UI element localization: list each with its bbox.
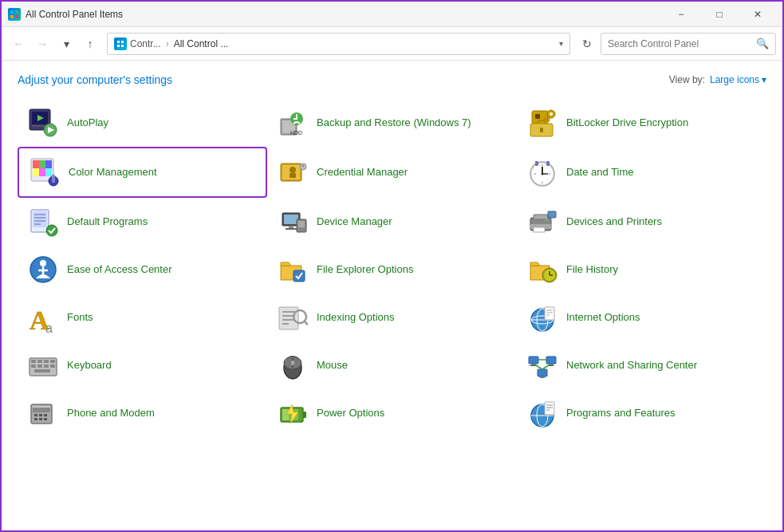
search-icon: 🔍 <box>756 37 769 49</box>
main-content: Adjust your computer's settings View by:… <box>2 61 782 530</box>
item-credential[interactable]: Credential Manager <box>267 147 517 198</box>
power-icon <box>277 397 309 429</box>
item-autoplay[interactable]: AutoPlay <box>18 99 267 147</box>
svg-rect-103 <box>44 360 49 363</box>
svg-rect-114 <box>529 357 538 364</box>
item-power[interactable]: Power Options <box>267 389 517 437</box>
programs-icon <box>526 397 558 429</box>
item-devprinters[interactable]: Devices and Printers <box>517 198 766 246</box>
item-filehistory[interactable]: File History <box>517 246 766 294</box>
fileexplorer-icon <box>277 254 309 286</box>
svg-point-24 <box>550 112 553 116</box>
svg-rect-64 <box>289 226 294 228</box>
item-default[interactable]: Default Programs <box>18 198 267 246</box>
address-part2: All Control ... <box>174 38 229 49</box>
mouse-label: Mouse <box>317 359 348 372</box>
title-bar: All Control Panel Items − □ ✕ <box>2 2 782 27</box>
svg-rect-127 <box>34 414 37 416</box>
svg-rect-69 <box>534 215 548 219</box>
address-part1: Contr... <box>130 38 161 49</box>
svg-rect-4 <box>117 41 120 43</box>
recent-locations-button[interactable]: ▾ <box>56 33 77 54</box>
items-grid: AutoPlay HDD Backup and R <box>18 99 766 437</box>
window-title: All Control Panel Items <box>26 9 663 20</box>
item-devmanager[interactable]: Device Manager <box>267 198 517 246</box>
autoplay-label: AutoPlay <box>67 116 108 130</box>
ease-label: Ease of Access Center <box>67 263 172 277</box>
minimize-button[interactable]: − <box>663 2 699 27</box>
svg-rect-27 <box>545 118 546 120</box>
window-icon <box>8 8 21 21</box>
svg-rect-106 <box>37 365 42 368</box>
credential-icon <box>277 156 309 188</box>
up-button[interactable]: ↑ <box>80 33 100 54</box>
svg-rect-137 <box>282 409 289 420</box>
item-mouse[interactable]: Mouse <box>267 341 517 389</box>
item-color[interactable]: Color Management <box>18 147 267 198</box>
devmanager-label: Device Manager <box>317 215 392 229</box>
item-backup[interactable]: HDD Backup and Restore (Windows 7) <box>267 99 517 147</box>
color-label: Color Management <box>69 166 157 179</box>
item-phone[interactable]: Phone and Modem <box>18 389 267 437</box>
forward-button[interactable]: → <box>32 33 53 54</box>
item-fonts[interactable]: A a Fonts <box>18 294 267 341</box>
search-input[interactable] <box>608 38 753 49</box>
datetime-icon <box>526 156 558 188</box>
back-button[interactable]: ← <box>8 33 29 54</box>
item-programs[interactable]: Programs and Features <box>517 389 766 437</box>
programs-label: Programs and Features <box>566 407 676 420</box>
view-by-dropdown[interactable]: Large icons ▾ <box>710 74 766 85</box>
svg-rect-133 <box>33 406 50 408</box>
svg-rect-35 <box>45 168 52 176</box>
item-network[interactable]: Network and Sharing Center <box>517 341 766 389</box>
svg-rect-37 <box>52 175 55 183</box>
svg-rect-122 <box>540 376 545 378</box>
svg-rect-63 <box>284 215 298 224</box>
svg-rect-135 <box>303 412 306 418</box>
bitlocker-icon <box>526 107 558 139</box>
nav-bar: ← → ▾ ↑ Contr... › All Control ... ▾ ↻ 🔍 <box>2 27 782 61</box>
maximize-button[interactable]: □ <box>701 2 738 27</box>
keyboard-icon <box>27 349 59 381</box>
svg-rect-2 <box>10 15 14 18</box>
svg-rect-132 <box>44 418 47 420</box>
autoplay-icon <box>27 107 59 139</box>
svg-rect-32 <box>45 160 52 168</box>
network-icon <box>526 349 558 381</box>
item-fileexplorer[interactable]: File Explorer Options <box>267 246 517 294</box>
svg-rect-65 <box>286 228 297 230</box>
item-internet[interactable]: Internet Options <box>517 294 766 341</box>
item-ease[interactable]: Ease of Access Center <box>18 246 267 294</box>
svg-rect-105 <box>31 365 36 368</box>
svg-rect-53 <box>535 161 538 166</box>
item-bitlocker[interactable]: BitLocker Drive Encryption <box>517 99 766 147</box>
svg-rect-109 <box>34 369 50 372</box>
item-indexing[interactable]: Indexing Options <box>267 294 517 341</box>
svg-rect-33 <box>33 168 39 176</box>
address-bar: Contr... › All Control ... ▾ <box>107 33 570 55</box>
svg-rect-129 <box>44 414 47 416</box>
svg-rect-108 <box>50 365 55 368</box>
address-dropdown-button[interactable]: ▾ <box>559 39 563 48</box>
svg-point-48 <box>542 173 544 175</box>
refresh-button[interactable]: ↻ <box>577 33 597 54</box>
svg-rect-117 <box>546 357 556 364</box>
content-area: Adjust your computer's settings View by:… <box>2 61 782 530</box>
indexing-label: Indexing Options <box>317 311 395 325</box>
close-button[interactable]: ✕ <box>739 2 776 27</box>
content-header: Adjust your computer's settings View by:… <box>18 73 766 86</box>
item-datetime[interactable]: Date and Time <box>517 147 766 198</box>
svg-point-61 <box>46 225 57 236</box>
svg-rect-72 <box>545 219 548 221</box>
svg-rect-142 <box>545 402 554 415</box>
address-separator1: › <box>166 38 169 49</box>
svg-text:a: a <box>45 321 53 333</box>
svg-rect-3 <box>15 15 18 18</box>
default-label: Default Programs <box>67 215 148 229</box>
svg-text:HDD: HDD <box>290 130 302 136</box>
item-keyboard[interactable]: Keyboard <box>18 341 267 389</box>
svg-rect-56 <box>33 211 47 227</box>
phone-label: Phone and Modem <box>67 407 155 420</box>
search-bar[interactable]: 🔍 <box>601 33 776 55</box>
phone-icon <box>27 397 59 429</box>
